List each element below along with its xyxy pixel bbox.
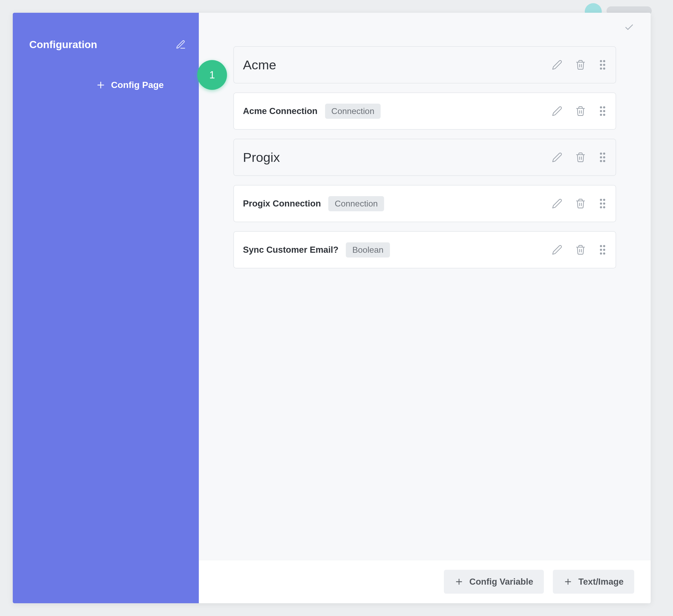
- add-text-image-button[interactable]: Text/Image: [553, 570, 634, 594]
- svg-point-21: [603, 199, 605, 201]
- item-card-acme-connection: Acme Connection Connection: [233, 92, 616, 130]
- card-actions: [552, 245, 607, 255]
- step-number: 1: [209, 69, 215, 81]
- pencil-icon[interactable]: [552, 59, 563, 70]
- content-list: Acme: [199, 13, 651, 560]
- pencil-underline-icon[interactable]: [175, 39, 186, 50]
- svg-point-6: [600, 67, 602, 70]
- svg-point-18: [600, 160, 602, 162]
- svg-point-13: [603, 114, 605, 116]
- add-config-variable-label: Config Variable: [469, 577, 533, 587]
- sidebar-title: Configuration: [29, 39, 97, 50]
- item-title: Sync Customer Email?: [243, 245, 339, 255]
- svg-point-17: [603, 156, 605, 159]
- trash-icon[interactable]: [575, 152, 586, 163]
- svg-point-22: [600, 203, 602, 205]
- card-actions: [552, 106, 607, 116]
- card-actions: [552, 59, 607, 70]
- item-card-sync-customer-email: Sync Customer Email? Boolean: [233, 231, 616, 268]
- svg-point-7: [603, 67, 605, 70]
- pencil-icon[interactable]: [552, 198, 563, 209]
- svg-point-29: [603, 249, 605, 251]
- plus-icon: [96, 80, 106, 90]
- drag-handle-icon[interactable]: [599, 198, 607, 209]
- section-title: Progix: [243, 150, 280, 165]
- add-config-page-label: Config Page: [111, 80, 164, 90]
- svg-point-11: [603, 110, 605, 112]
- footer: Config Variable Text/Image: [199, 560, 651, 603]
- svg-point-3: [603, 60, 605, 62]
- svg-point-31: [603, 253, 605, 255]
- svg-point-30: [600, 253, 602, 255]
- card-actions: [552, 152, 607, 163]
- trash-icon[interactable]: [575, 59, 586, 70]
- section-card-acme: Acme: [233, 46, 616, 83]
- svg-point-19: [603, 160, 605, 162]
- type-chip: Connection: [328, 196, 384, 211]
- svg-point-4: [600, 64, 602, 66]
- section-card-progix: Progix: [233, 139, 616, 176]
- item-card-progix-connection: Progix Connection Connection: [233, 185, 616, 222]
- add-text-image-label: Text/Image: [579, 577, 624, 587]
- sidebar: Configuration Config Page: [13, 13, 199, 603]
- svg-point-27: [603, 245, 605, 247]
- svg-point-15: [603, 152, 605, 155]
- item-title: Progix Connection: [243, 199, 321, 209]
- add-config-page-button[interactable]: Config Page: [29, 80, 186, 90]
- drag-handle-icon[interactable]: [599, 106, 607, 116]
- svg-point-2: [600, 60, 602, 62]
- drag-handle-icon[interactable]: [599, 245, 607, 255]
- pencil-icon[interactable]: [552, 152, 563, 163]
- svg-point-24: [600, 206, 602, 208]
- svg-point-12: [600, 114, 602, 116]
- drag-handle-icon[interactable]: [599, 59, 607, 70]
- svg-point-5: [603, 64, 605, 66]
- app-window: Configuration Config Page 1: [13, 13, 651, 603]
- drag-handle-icon[interactable]: [599, 152, 607, 163]
- card-actions: [552, 198, 607, 209]
- section-title: Acme: [243, 57, 276, 72]
- trash-icon[interactable]: [575, 245, 586, 255]
- svg-point-9: [603, 106, 605, 108]
- svg-point-20: [600, 199, 602, 201]
- svg-point-10: [600, 110, 602, 112]
- type-chip: Connection: [325, 104, 381, 119]
- add-config-variable-button[interactable]: Config Variable: [444, 570, 544, 594]
- type-chip: Boolean: [346, 242, 390, 258]
- svg-point-26: [600, 245, 602, 247]
- trash-icon[interactable]: [575, 106, 586, 116]
- svg-point-8: [600, 106, 602, 108]
- svg-point-23: [603, 203, 605, 205]
- pencil-icon[interactable]: [552, 106, 563, 116]
- trash-icon[interactable]: [575, 198, 586, 209]
- svg-point-25: [603, 206, 605, 208]
- svg-point-14: [600, 152, 602, 155]
- svg-point-28: [600, 249, 602, 251]
- plus-icon: [455, 577, 464, 586]
- plus-icon: [564, 577, 573, 586]
- pencil-icon[interactable]: [552, 245, 563, 255]
- step-badge[interactable]: 1: [197, 60, 227, 90]
- checkmark-icon[interactable]: [624, 22, 634, 32]
- svg-point-16: [600, 156, 602, 159]
- item-title: Acme Connection: [243, 106, 317, 116]
- main: Acme: [199, 13, 651, 603]
- sidebar-header: Configuration: [29, 29, 186, 61]
